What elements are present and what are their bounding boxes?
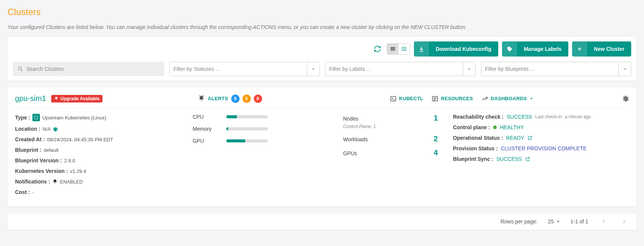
svg-line-14 bbox=[199, 95, 200, 96]
nodes-sub: Control-Plane: 1 bbox=[343, 124, 438, 129]
external-link-icon[interactable] bbox=[525, 156, 530, 162]
page-range: 1-1 of 1 bbox=[571, 218, 588, 225]
workloads-label: Workloads bbox=[343, 136, 368, 142]
bpver-label: Blueprint Version : bbox=[15, 157, 62, 163]
download-icon bbox=[414, 41, 429, 57]
alerts-block: ALERTS 0 0 0 bbox=[198, 95, 262, 103]
kubectl-label: KUBECTL bbox=[399, 96, 423, 101]
view-list-icon[interactable] bbox=[398, 44, 410, 54]
resources-link[interactable]: RESOURCES bbox=[432, 95, 473, 102]
mem-fill bbox=[226, 127, 228, 130]
cp-value: HEALTHY bbox=[500, 124, 524, 130]
rows-per-page-select[interactable]: 25 bbox=[548, 218, 560, 225]
search-input[interactable] bbox=[26, 66, 160, 72]
chevron-down-icon bbox=[307, 62, 316, 76]
svg-rect-0 bbox=[391, 47, 395, 48]
cp-label: Control plane : bbox=[453, 124, 490, 130]
search-input-wrapper bbox=[13, 62, 164, 76]
prev-page-button[interactable] bbox=[599, 219, 609, 224]
bpver-value: 2.9.0 bbox=[64, 158, 75, 163]
page-title: Clusters bbox=[8, 7, 636, 17]
kver-value: v1.29.4 bbox=[70, 168, 86, 174]
chevron-down-icon bbox=[463, 62, 472, 76]
new-cluster-button[interactable]: New Cluster bbox=[572, 41, 631, 57]
filter-blueprints-placeholder: Filter by Blueprints ... bbox=[485, 66, 535, 72]
filter-status-placeholder: Filter by Statuses ... bbox=[174, 66, 220, 72]
rows-per-page-label: Rows per page: bbox=[501, 218, 537, 225]
upgrade-available-badge[interactable]: Upgrade Available bbox=[51, 95, 102, 102]
cpu-fill bbox=[226, 115, 237, 118]
created-label: Created At : bbox=[15, 136, 45, 142]
op-label: Operational Status : bbox=[453, 135, 503, 141]
toolbar: Download Kubeconfig Manage Labels New Cl… bbox=[8, 37, 636, 81]
search-icon bbox=[17, 66, 23, 72]
prov-value: CLUSTER PROVISION COMPLETE bbox=[501, 145, 587, 151]
nodes-label: Nodes bbox=[343, 116, 358, 122]
prov-label: Provision Status : bbox=[453, 145, 498, 151]
sync-value: SUCCESS bbox=[496, 156, 522, 162]
view-toggle bbox=[387, 43, 410, 55]
view-card-icon[interactable] bbox=[387, 44, 398, 54]
caret-down-icon bbox=[530, 97, 533, 101]
svg-point-6 bbox=[402, 47, 402, 47]
dashboards-label: DASHBOARDS bbox=[491, 96, 527, 101]
filter-labels-select[interactable]: Filter by Labels ... bbox=[325, 62, 476, 76]
manage-labels-button[interactable]: Manage Labels bbox=[502, 41, 568, 57]
svg-point-9 bbox=[508, 47, 509, 48]
op-value: READY bbox=[506, 135, 524, 141]
download-kubeconfig-label: Download Kubeconfig bbox=[433, 46, 498, 52]
svg-rect-16 bbox=[391, 96, 396, 101]
svg-point-7 bbox=[402, 49, 402, 49]
pagination-footer: Rows per page: 25 1-1 of 1 bbox=[8, 213, 636, 230]
download-kubeconfig-button[interactable]: Download Kubeconfig bbox=[414, 41, 498, 57]
terminal-icon bbox=[390, 95, 397, 102]
gear-icon[interactable] bbox=[621, 95, 629, 102]
svg-marker-22 bbox=[530, 98, 533, 99]
blueprint-value: default bbox=[44, 147, 58, 153]
gpus-label: GPUs bbox=[343, 150, 357, 156]
sync-label: Blueprint Sync : bbox=[453, 156, 493, 162]
chevron-down-icon bbox=[618, 62, 627, 76]
alerts-error-count[interactable]: 0 bbox=[254, 95, 262, 103]
kubectl-link[interactable]: KUBECTL bbox=[390, 95, 423, 102]
kubernetes-icon bbox=[32, 114, 40, 121]
new-cluster-label: New Cluster bbox=[591, 46, 631, 52]
svg-line-13 bbox=[21, 70, 23, 71]
alerts-label: ALERTS bbox=[208, 96, 228, 101]
workloads-value: 2 bbox=[434, 134, 438, 143]
next-page-button[interactable] bbox=[619, 219, 629, 224]
notif-label: Notifications : bbox=[15, 179, 50, 185]
filter-blueprints-select[interactable]: Filter by Blueprints ... bbox=[481, 62, 632, 76]
svg-rect-2 bbox=[391, 50, 395, 50]
alerts-info-count[interactable]: 0 bbox=[231, 95, 240, 103]
mem-bar bbox=[226, 127, 268, 130]
alerts-warn-count[interactable]: 0 bbox=[243, 95, 251, 103]
external-link-icon[interactable] bbox=[527, 135, 533, 141]
filter-status-select[interactable]: Filter by Statuses ... bbox=[169, 62, 320, 76]
reach-value: SUCCESS bbox=[507, 114, 532, 120]
type-label: Type : bbox=[15, 115, 30, 121]
svg-point-12 bbox=[18, 67, 21, 70]
mem-label: Memory bbox=[192, 126, 219, 132]
dashboards-link[interactable]: DASHBOARDS bbox=[481, 95, 533, 102]
refresh-icon[interactable] bbox=[372, 43, 383, 55]
svg-point-8 bbox=[402, 50, 402, 50]
cost-label: Cost : bbox=[15, 189, 30, 195]
plus-icon bbox=[572, 41, 587, 57]
filter-labels-placeholder: Filter by Labels ... bbox=[329, 66, 371, 72]
reach-label: Reachability check : bbox=[453, 114, 504, 120]
cpu-bar bbox=[226, 115, 268, 118]
gpu-bar bbox=[226, 139, 268, 142]
checkin-value: a minute ago bbox=[565, 114, 591, 119]
rows-per-page-value: 25 bbox=[548, 218, 554, 225]
gpus-value: 4 bbox=[434, 148, 438, 157]
cluster-name-link[interactable]: gpu-sim1 bbox=[15, 94, 46, 103]
gpu-label: GPU bbox=[192, 138, 219, 144]
cluster-card: gpu-sim1 Upgrade Available ALERTS 0 0 0 bbox=[8, 87, 636, 206]
upgrade-badge-label: Upgrade Available bbox=[60, 96, 99, 101]
page-description: Your configured Clusters are listed belo… bbox=[8, 24, 636, 30]
manage-labels-label: Manage Labels bbox=[521, 46, 568, 52]
location-label: Location : bbox=[15, 126, 40, 132]
notif-value: ENABLED bbox=[60, 179, 83, 185]
svg-line-15 bbox=[203, 95, 204, 96]
